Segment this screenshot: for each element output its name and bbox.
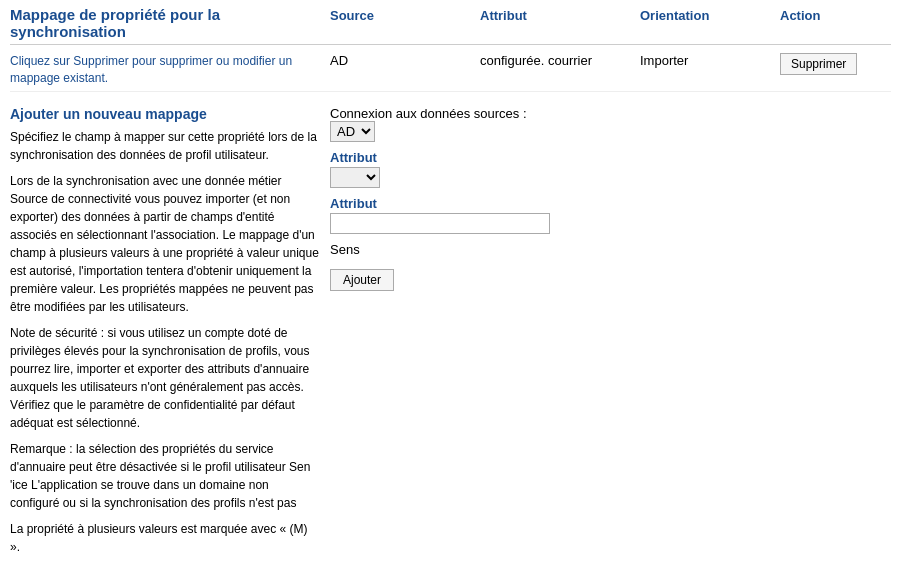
col-header-source: Source	[330, 8, 480, 23]
row-description: Cliquez sur Supprimer pour supprimer ou …	[10, 53, 330, 87]
col-header-action: Action	[780, 8, 880, 23]
connexion-label: Connexion aux données sources :	[330, 106, 527, 121]
page-title: Mappage de propriété pour la synchronisa…	[10, 6, 330, 40]
para1: Spécifiez le champ à mapper sur cette pr…	[10, 128, 320, 164]
supprimer-button[interactable]: Supprimer	[780, 53, 857, 75]
table-row: Cliquez sur Supprimer pour supprimer ou …	[10, 49, 891, 92]
ajouter-button[interactable]: Ajouter	[330, 269, 394, 291]
page-container: Mappage de propriété pour la synchronisa…	[0, 0, 901, 570]
attribut-input[interactable]	[330, 213, 550, 234]
row-source: AD	[330, 53, 480, 68]
row-action: Supprimer	[780, 53, 880, 75]
para3: Note de sécurité : si vous utilisez un c…	[10, 324, 320, 432]
sens-label: Sens	[330, 242, 360, 257]
attribut-input-label: Attribut	[330, 196, 891, 211]
connexion-row: AD	[330, 121, 891, 142]
attribut-dropdown-group: Attribut	[330, 150, 891, 188]
header-row: Mappage de propriété pour la synchronisa…	[10, 6, 891, 45]
right-panel: Connexion aux données sources : AD Attri…	[330, 106, 891, 564]
connexion-select[interactable]: AD	[330, 121, 375, 142]
col-header-attribut: Attribut	[480, 8, 640, 23]
attribut-input-group: Attribut	[330, 196, 891, 234]
col-header-orientation: Orientation	[640, 8, 780, 23]
row-orientation: Importer	[640, 53, 780, 68]
para5: La propriété à plusieurs valeurs est mar…	[10, 520, 320, 556]
attribut-dropdown-label: Attribut	[330, 150, 891, 165]
attribut-dropdown-select[interactable]	[330, 167, 380, 188]
para4: Remarque : la sélection des propriétés d…	[10, 440, 320, 512]
add-section-title: Ajouter un nouveau mappage	[10, 106, 320, 122]
main-section: Ajouter un nouveau mappage Spécifiez le …	[10, 106, 891, 564]
sens-group: Sens	[330, 242, 891, 257]
left-panel: Ajouter un nouveau mappage Spécifiez le …	[10, 106, 330, 564]
row-attribut: configurée. courrier	[480, 53, 640, 68]
para2: Lors de la synchronisation avec une donn…	[10, 172, 320, 316]
connexion-group: Connexion aux données sources : AD	[330, 106, 891, 142]
